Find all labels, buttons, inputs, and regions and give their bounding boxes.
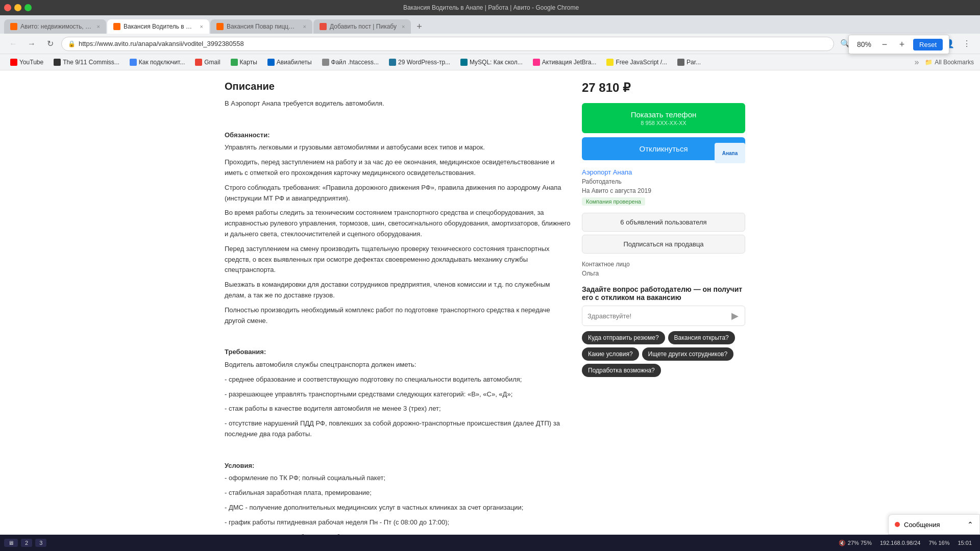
window-maximize-btn[interactable] — [24, 4, 32, 11]
back-btn[interactable]: ← — [6, 37, 20, 51]
all-bookmarks-btn[interactable]: 📁All Bookmarks — [925, 59, 974, 66]
tab-avito-home[interactable]: Авито: недвижимость, тра... × — [4, 19, 106, 34]
bookmark-htaccess[interactable]: Файл .htaccess... — [318, 57, 383, 67]
right-column: 27 810 ₽ Показать телефон 8 958 ХХХ-ХХ-Х… — [582, 81, 745, 524]
contact-label: Контактное лицо — [582, 261, 745, 268]
taskbar-item-3[interactable]: 3 — [35, 539, 46, 547]
bookmarks-more-btn[interactable]: » — [914, 58, 919, 67]
bookmark-label-maps: Карты — [240, 59, 257, 66]
ip-label: 192.168.0.98/24 — [880, 540, 921, 546]
page-content: Описание В Аэропорт Анапа требуется води… — [209, 70, 771, 535]
tab-close-pizza[interactable]: × — [303, 23, 306, 30]
forward-btn[interactable]: → — [24, 37, 39, 51]
zoom-in-btn[interactable]: + — [896, 38, 908, 51]
bookmark-label-911: The 9/11 Commiss... — [63, 59, 119, 66]
new-tab-btn[interactable]: + — [412, 19, 426, 34]
bookmark-favicon-wordpress — [389, 59, 396, 66]
taskbar: 🖥 2 3 — [0, 535, 112, 551]
bookmark-wordpress[interactable]: 29 WordPress-тр... — [385, 57, 454, 67]
tab-label-pikabu: Добавить пост | Пикабу — [330, 23, 397, 30]
employer-logo: Анапа — [715, 143, 745, 163]
tab-favicon-pikabu — [320, 23, 327, 30]
bookmark-jetbra[interactable]: Активация JetBra... — [529, 57, 601, 67]
subscribe-btn[interactable]: Подписаться на продавца — [582, 235, 745, 254]
bookmark-label-flights: Авиабилеты — [277, 59, 312, 66]
bookmark-label-mysql: MySQL: Как скол... — [470, 59, 523, 66]
bookmark-label-par: Рar... — [687, 59, 701, 66]
tab-label-driver: Вакансия Водитель в Ана... — [124, 23, 195, 30]
ask-send-btn[interactable]: ▶ — [725, 306, 745, 325]
time-label: 15:01 — [958, 540, 972, 546]
zoom-out-btn[interactable]: − — [878, 38, 891, 51]
quick-chip[interactable]: Куда отправить резюме? — [582, 331, 665, 344]
tab-driver[interactable]: Вакансия Водитель в Ана... × — [107, 19, 209, 34]
messages-dot — [895, 522, 900, 527]
bookmark-911[interactable]: The 9/11 Commiss... — [50, 57, 124, 67]
tab-pikabu[interactable]: Добавить пост | Пикабу × — [313, 19, 411, 34]
ask-block: Задайте вопрос работодателю — он получит… — [582, 285, 745, 377]
employer-logo-text: Анапа — [722, 151, 738, 156]
tab-label-avito-home: Авито: недвижимость, тра... — [20, 23, 92, 30]
battery-label: 7% 16% — [928, 540, 949, 546]
ads-count-btn[interactable]: 6 объявлений пользователя — [582, 213, 745, 232]
taskbar-item-2[interactable]: 2 — [21, 539, 32, 547]
browser-title: Вакансия Водитель в Анапе | Работа | Ави… — [32, 4, 950, 11]
ask-input[interactable] — [582, 307, 725, 325]
zoom-level: 80% — [855, 40, 873, 48]
network-icon: 🔇 — [839, 540, 846, 546]
bookmark-connect[interactable]: Как подключит... — [126, 57, 189, 67]
taskbar-item-1[interactable]: 🖥 — [4, 539, 18, 547]
bookmark-par[interactable]: Рar... — [673, 57, 705, 67]
status-time: 15:01 — [958, 540, 972, 546]
bookmark-favicon-htaccess — [322, 59, 329, 66]
quick-chip[interactable]: Вакансия открыта? — [668, 331, 735, 344]
employer-name[interactable]: Аэропорт Анапа — [582, 168, 651, 176]
bookmark-mysql[interactable]: MySQL: Как скол... — [456, 57, 527, 67]
quick-chip[interactable]: Подработка возможна? — [582, 364, 661, 377]
address-bar[interactable]: 🔒 https://www.avito.ru/anapa/vakansii/vo… — [61, 37, 834, 51]
bookmark-favicon-jetbra — [533, 59, 540, 66]
quick-chip[interactable]: Какие условия? — [582, 347, 639, 361]
window-minimize-btn[interactable] — [14, 4, 21, 11]
bookmark-gmail[interactable]: Gmail — [191, 57, 224, 67]
bookmark-js[interactable]: Free JavaScript /... — [602, 57, 671, 67]
tab-close-driver[interactable]: × — [200, 23, 203, 30]
status-bar: 🔇 27% 75% 192.168.0.98/24 7% 16% 15:01 — [0, 535, 980, 551]
browser-toolbar: ← → ↻ 🔒 https://www.avito.ru/anapa/vakan… — [0, 34, 980, 54]
quick-chip[interactable]: Ищете других сотрудников? — [642, 347, 734, 361]
tab-label-pizza: Вакансия Повар пиццы в А... — [227, 23, 298, 30]
tab-pizza[interactable]: Вакансия Повар пиццы в А... × — [210, 19, 312, 34]
bookmark-favicon-par — [677, 59, 684, 66]
taskbar-icon-1: 🖥 — [8, 540, 14, 546]
messages-chevron-icon: ⌃ — [967, 520, 973, 529]
bookmark-favicon-911 — [54, 59, 61, 66]
zoom-popup: 80% − + Reset — [848, 35, 949, 54]
bookmark-label-connect: Как подключит... — [139, 59, 185, 66]
content-area: Описание В Аэропорт Анапа требуется води… — [0, 70, 980, 535]
show-phone-btn[interactable]: Показать телефон 8 958 ХХХ-ХХ-ХХ — [582, 103, 745, 133]
verified-badge: Компания проверена — [582, 197, 645, 206]
reload-btn[interactable]: ↻ — [43, 37, 57, 51]
messages-label: Сообщения — [904, 521, 940, 529]
bookmark-favicon-maps — [231, 59, 238, 66]
price: 27 810 ₽ — [582, 81, 745, 95]
bookmark-youtube[interactable]: YouTube — [6, 57, 47, 67]
bookmark-label-gmail: Gmail — [204, 59, 220, 66]
lock-icon: 🔒 — [68, 40, 76, 47]
more-options-btn[interactable]: ⋮ — [960, 37, 974, 51]
tab-favicon-pizza — [216, 23, 224, 30]
bookmark-flights[interactable]: Авиабилеты — [263, 57, 316, 67]
ask-input-row: ▶ — [582, 306, 745, 326]
bookmark-maps[interactable]: Карты — [227, 57, 261, 67]
phone-hint: 8 958 ХХХ-ХХ-ХХ — [641, 120, 686, 126]
tab-close-avito-home[interactable]: × — [97, 23, 100, 30]
show-phone-label: Показать телефон — [631, 110, 697, 119]
tab-close-pikabu[interactable]: × — [402, 23, 405, 30]
zoom-reset-btn[interactable]: Reset — [913, 39, 943, 51]
bookmark-favicon-connect — [130, 59, 137, 66]
messages-fab[interactable]: Сообщения ⌃ — [888, 514, 980, 535]
status-battery: 7% 16% — [928, 540, 949, 546]
status-ip: 192.168.0.98/24 — [880, 540, 921, 546]
employer-since: На Авито с августа 2019 — [582, 187, 651, 194]
window-close-btn[interactable] — [4, 4, 11, 11]
